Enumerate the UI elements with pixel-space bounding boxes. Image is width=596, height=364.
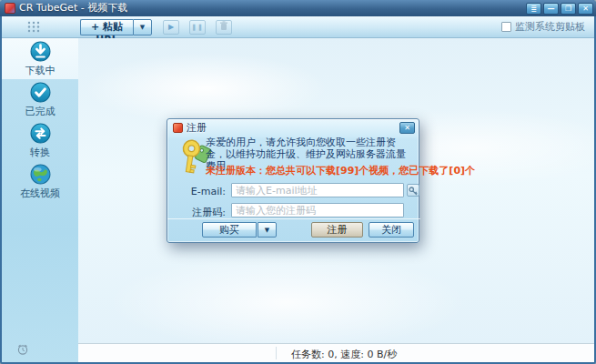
dialog-body: 亲爱的用户，请允许我向您收取一些注册资金，以维持功能升级、维护及网站服务器流量费… xyxy=(167,136,419,243)
sidebar-item-label: 已完成 xyxy=(25,105,56,118)
download-icon xyxy=(30,41,51,62)
trash-icon xyxy=(219,21,228,31)
register-code-label: 注册码: xyxy=(189,206,226,219)
task-status-text: 任务数: 0, 速度: 0 B/秒 xyxy=(291,348,397,361)
close-button[interactable]: ✕ xyxy=(578,3,593,15)
check-icon xyxy=(30,82,51,103)
grip-handle-icon[interactable] xyxy=(27,21,40,33)
email-label: E-mail: xyxy=(189,186,226,197)
pause-icon: ❚❚ xyxy=(191,24,204,31)
monitor-clipboard-label: 监测系统剪贴板 xyxy=(515,20,585,34)
paste-url-group: + 粘贴URL ▼ xyxy=(80,19,152,35)
globe-icon xyxy=(30,164,51,185)
chevron-down-icon: ▼ xyxy=(265,227,269,234)
unregistered-notice: 未注册版本：您总共可以下载[99]个视频，您已下载了[0]个 xyxy=(206,164,415,177)
small-key-icon xyxy=(409,187,418,196)
checkbox-icon[interactable] xyxy=(501,22,511,32)
dialog-button-row: 购买 ▼ 注册 关闭 xyxy=(167,218,420,243)
sidebar-item-convert[interactable]: 转换 xyxy=(2,120,78,161)
minimize-button[interactable]: — xyxy=(543,3,559,15)
buy-dropdown-button[interactable]: ▼ xyxy=(258,222,277,238)
status-bar: 任务数: 0, 速度: 0 B/秒 xyxy=(78,343,594,362)
paste-url-button[interactable]: + 粘贴URL xyxy=(80,19,133,35)
sidebar-item-completed[interactable]: 已完成 xyxy=(2,79,78,120)
menu-icon[interactable]: ≣ xyxy=(526,3,541,15)
sidebar: 下载中 已完成 转换 xyxy=(2,38,78,362)
dialog-close-icon[interactable]: ✕ xyxy=(399,122,415,134)
statusbar-divider xyxy=(276,347,277,359)
register-code-field[interactable] xyxy=(231,203,404,217)
scheduler-clock-icon[interactable] xyxy=(17,344,28,355)
sidebar-item-label: 下载中 xyxy=(25,64,56,77)
titlebar[interactable]: CR TubeGet - 视频下载 ≣ — ❐ ✕ xyxy=(0,0,596,16)
sidebar-item-downloading[interactable]: 下载中 xyxy=(2,38,78,79)
register-button[interactable]: 注册 xyxy=(311,222,363,238)
window-controls: ≣ — ❐ ✕ xyxy=(526,3,593,15)
register-dialog: 注册 ✕ 亲爱的用户，请允许我向您收取一些注册资金，以维持功能升级、维护及网站服… xyxy=(167,118,419,243)
app-icon xyxy=(5,3,15,14)
sidebar-item-label: 转换 xyxy=(30,146,50,159)
dialog-titlebar[interactable]: 注册 ✕ xyxy=(167,119,419,136)
play-icon: ▶ xyxy=(168,23,174,31)
chevron-down-icon: ▼ xyxy=(140,24,145,31)
start-download-button[interactable]: ▶ xyxy=(163,20,179,35)
maximize-button[interactable]: ❐ xyxy=(561,3,576,15)
delete-task-button[interactable] xyxy=(216,20,232,35)
dialog-app-icon xyxy=(173,123,183,133)
sidebar-item-label: 在线视频 xyxy=(20,187,60,200)
email-field[interactable] xyxy=(231,183,404,197)
license-key-button[interactable] xyxy=(407,184,419,197)
toolbar: + 粘贴URL ▼ ▶ ❚❚ 监测系统剪贴板 xyxy=(2,16,594,38)
pause-download-button[interactable]: ❚❚ xyxy=(189,20,206,35)
paste-url-dropdown[interactable]: ▼ xyxy=(133,19,152,35)
sidebar-item-online-video[interactable]: 在线视频 xyxy=(2,161,78,202)
app-window: CR TubeGet - 视频下载 ≣ — ❐ ✕ + 粘贴URL ▼ ▶ ❚❚ xyxy=(0,0,596,364)
buy-button[interactable]: 购买 xyxy=(202,222,257,238)
dialog-close-button[interactable]: 关闭 xyxy=(369,222,414,238)
window-title: CR TubeGet - 视频下载 xyxy=(19,0,127,16)
convert-icon xyxy=(30,123,51,144)
monitor-clipboard-toggle[interactable]: 监测系统剪贴板 xyxy=(501,20,585,34)
dialog-title: 注册 xyxy=(187,121,207,135)
